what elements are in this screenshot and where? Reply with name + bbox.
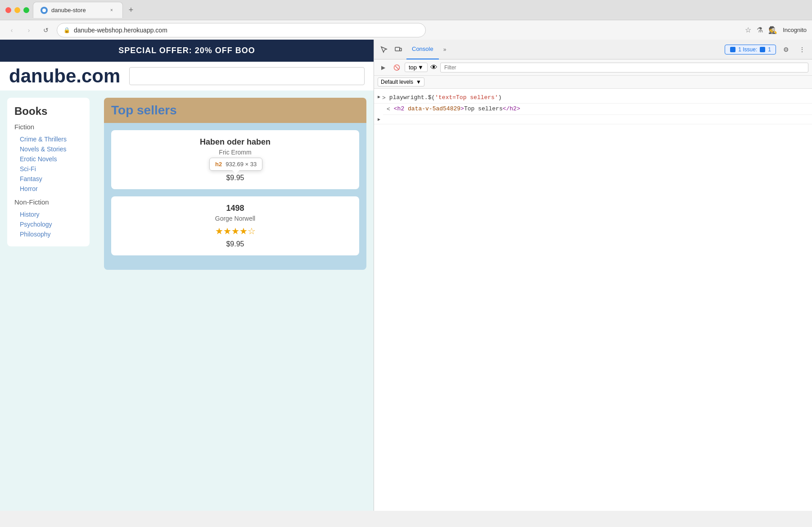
- forward-button[interactable]: ›: [23, 24, 35, 36]
- devtools-settings-icon[interactable]: ⚙: [780, 43, 792, 56]
- sidebar: Books Fiction Crime & Thrillers Novels &…: [0, 91, 97, 511]
- context-chevron: ▼: [418, 64, 424, 71]
- site-header: danube.com: [0, 62, 374, 91]
- devtools-eye-icon[interactable]: 👁: [430, 64, 438, 72]
- webpage: SPECIAL OFFER: 20% OFF BOO danube.com Bo…: [0, 40, 374, 511]
- devtools-panel: Console » 1 Issue: 1 ⚙ ⋮ ▶ 🚫 top ▼ 👁: [374, 40, 812, 511]
- issues-count: 1: [768, 46, 771, 53]
- url-bar[interactable]: 🔒 danube-webshop.herokuapp.com: [57, 23, 426, 37]
- devtools-levels-bar: Default levels ▼: [374, 76, 812, 89]
- sidebar-item-horror[interactable]: Horror: [14, 184, 82, 194]
- book-price-2: $9.95: [118, 240, 352, 248]
- tooltip-dimensions: 932.69 × 33: [226, 161, 257, 168]
- sidebar-nonfiction-label: Non-Fiction: [14, 198, 82, 206]
- devtools-tab-console[interactable]: Console: [406, 40, 439, 59]
- svg-rect-2: [400, 48, 401, 51]
- element-tooltip: h2 932.69 × 33: [209, 158, 262, 171]
- code-tag-close: >: [460, 105, 464, 112]
- devtools-inspect-icon[interactable]: [378, 43, 390, 56]
- code-method: playwright.$('text=Top sellers'): [389, 94, 502, 101]
- levels-chevron: ▼: [416, 79, 421, 85]
- console-back-2: <: [387, 105, 390, 113]
- book-stars-2: ★★★★☆: [118, 226, 352, 236]
- top-sellers-heading: Top sellers: [111, 103, 359, 118]
- search-input[interactable]: [129, 67, 365, 85]
- devtools-context-selector[interactable]: top ▼: [405, 63, 428, 72]
- tab-title: danube-store: [51, 7, 104, 14]
- sidebar-books-title: Books: [14, 105, 82, 118]
- sidebar-item-psychology[interactable]: Psychology: [14, 219, 82, 229]
- code-tag-open: <h2: [394, 105, 408, 112]
- address-right-icons: ☆ ⚗ 🕵 Incognito: [745, 26, 807, 34]
- context-label: top: [409, 64, 417, 71]
- svg-rect-4: [760, 47, 765, 52]
- devtools-console-bar: ▶ 🚫 top ▼ 👁: [374, 59, 812, 76]
- book-title-1: Haben oder haben: [118, 137, 352, 147]
- experiments-icon[interactable]: ⚗: [757, 26, 763, 34]
- devtools-responsive-icon[interactable]: [392, 43, 405, 56]
- devtools-filter-input[interactable]: [440, 63, 808, 73]
- tooltip-tag: h2: [215, 161, 222, 168]
- sidebar-item-sci-fi[interactable]: Sci-Fi: [14, 164, 82, 174]
- devtools-toolbar: Console » 1 Issue: 1 ⚙ ⋮: [374, 40, 812, 59]
- issues-label: 1 Issue:: [738, 46, 757, 53]
- browser-window: danube-store × + ‹ › ↺ 🔒 danube-webshop.…: [0, 0, 812, 40]
- svg-point-0: [42, 9, 46, 12]
- sidebar-item-crime-thrillers[interactable]: Crime & Thrillers: [14, 134, 82, 144]
- book-title-2: 1498: [118, 204, 352, 213]
- svg-rect-3: [730, 47, 735, 52]
- devtools-more-icon[interactable]: ⋮: [796, 43, 808, 56]
- book-author-1: Fric Eromm: [118, 149, 352, 156]
- expand-arrow-1[interactable]: ▶: [378, 94, 380, 100]
- active-tab[interactable]: danube-store ×: [33, 2, 123, 18]
- top-sellers-header: Top sellers: [104, 98, 366, 123]
- console-prompt-1: >: [382, 94, 386, 101]
- sidebar-item-erotic-novels[interactable]: Erotic Novels: [14, 154, 82, 164]
- console-text-2: <h2 data-v-5ad54829>Top sellers</h2>: [394, 105, 808, 112]
- maximize-button[interactable]: [23, 7, 29, 13]
- devtools-console-content: ▶ > playwright.$('text=Top sellers') < <…: [374, 89, 812, 511]
- code-attr: data-v-5ad54829: [408, 105, 460, 112]
- close-button[interactable]: [5, 7, 11, 13]
- traffic-lights: [5, 7, 29, 13]
- new-tab-button[interactable]: +: [125, 4, 137, 16]
- back-button[interactable]: ‹: [5, 24, 18, 36]
- top-sellers-inner: Haben oder haben Fric Eromm ★★★★☆ $9.95 …: [104, 123, 366, 270]
- incognito-icon[interactable]: 🕵: [768, 26, 777, 34]
- devtools-more-tabs[interactable]: »: [441, 45, 449, 55]
- special-offer-text: SPECIAL OFFER: 20% OFF BOO: [118, 46, 255, 55]
- site-content: Books Fiction Crime & Thrillers Novels &…: [0, 91, 374, 511]
- console-line-1: ▶ > playwright.$('text=Top sellers'): [374, 92, 812, 104]
- sidebar-card: Books Fiction Crime & Thrillers Novels &…: [7, 98, 90, 246]
- book-card-2[interactable]: 1498 Gorge Norwell ★★★★☆ $9.95: [111, 196, 359, 255]
- console-line-2: < <h2 data-v-5ad54829>Top sellers</h2>: [383, 104, 812, 115]
- incognito-label: Incognito: [783, 27, 807, 33]
- svg-rect-1: [395, 47, 400, 51]
- tooltip-arrow: [232, 170, 239, 174]
- sidebar-item-philosophy[interactable]: Philosophy: [14, 229, 82, 239]
- levels-label: Default levels: [381, 79, 413, 85]
- console-text-1: playwright.$('text=Top sellers'): [389, 94, 808, 101]
- refresh-button[interactable]: ↺: [40, 24, 52, 36]
- main-area: SPECIAL OFFER: 20% OFF BOO danube.com Bo…: [0, 40, 812, 511]
- sidebar-item-novels-stories[interactable]: Novels & Stories: [14, 144, 82, 154]
- code-content: Top sellers: [464, 105, 503, 112]
- tab-bar: danube-store × +: [33, 2, 807, 18]
- book-author-2: Gorge Norwell: [118, 215, 352, 222]
- book-price-1: $9.95: [118, 174, 352, 182]
- devtools-block-icon[interactable]: 🚫: [391, 62, 402, 73]
- bookmark-icon[interactable]: ☆: [745, 26, 751, 34]
- sidebar-fiction-label: Fiction: [14, 123, 82, 131]
- sidebar-item-history[interactable]: History: [14, 209, 82, 219]
- address-bar: ‹ › ↺ 🔒 danube-webshop.herokuapp.com ☆ ⚗…: [0, 20, 812, 40]
- expand-arrow-3[interactable]: ▶: [378, 117, 380, 122]
- devtools-issues-button[interactable]: 1 Issue: 1: [725, 45, 776, 55]
- url-text: danube-webshop.herokuapp.com: [74, 27, 419, 34]
- console-line-3: ▶: [374, 115, 812, 124]
- minimize-button[interactable]: [14, 7, 20, 13]
- devtools-levels-selector[interactable]: Default levels ▼: [378, 77, 424, 86]
- tab-close-button[interactable]: ×: [108, 7, 115, 14]
- site-logo[interactable]: danube.com: [9, 65, 120, 87]
- sidebar-item-fantasy[interactable]: Fantasy: [14, 174, 82, 184]
- devtools-run-icon[interactable]: ▶: [378, 62, 388, 73]
